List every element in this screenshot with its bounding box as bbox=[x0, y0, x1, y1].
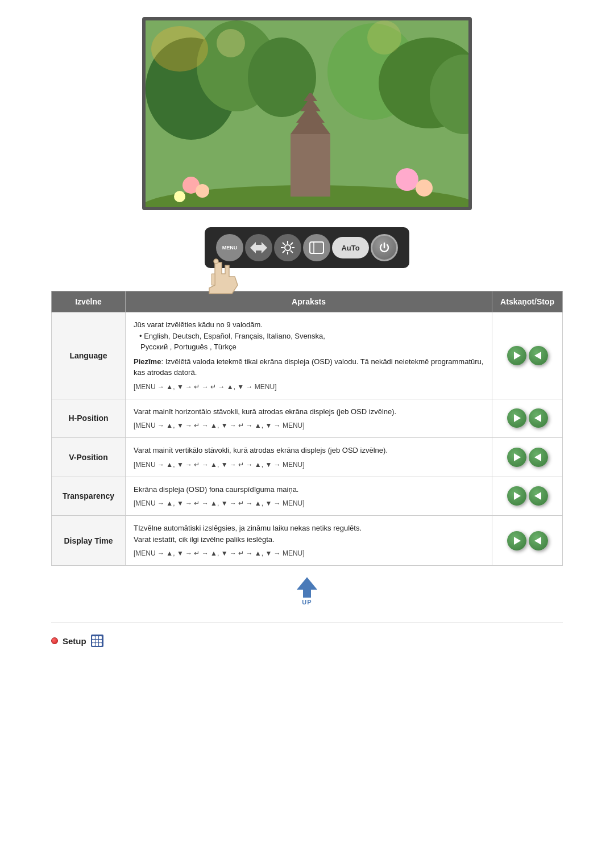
setup-label: Setup bbox=[63, 636, 86, 646]
play-btn-pair[interactable] bbox=[500, 408, 554, 428]
row-action-transparency[interactable] bbox=[492, 477, 563, 516]
svg-point-32 bbox=[214, 259, 218, 264]
feature-table: Izvēlne Apraksts Atskaņot/Stop Language … bbox=[51, 291, 563, 566]
row-name-transparency: Transparency bbox=[52, 477, 126, 516]
svg-line-29 bbox=[283, 251, 285, 253]
table-row: V-Position Varat mainīt vertikālo stāvok… bbox=[52, 438, 563, 477]
row-desc-transparency: Ekrāna displeja (OSD) fona caurspīdīguma… bbox=[126, 477, 492, 516]
up-arrow-section: UP bbox=[51, 577, 563, 606]
row-action-language[interactable] bbox=[492, 312, 563, 399]
svg-point-17 bbox=[416, 180, 433, 197]
svg-line-27 bbox=[291, 251, 293, 253]
svg-point-21 bbox=[285, 245, 291, 251]
monitor-display bbox=[142, 17, 472, 210]
play-back-button[interactable] bbox=[529, 448, 548, 467]
setup-grid-icon bbox=[91, 635, 103, 647]
svg-rect-30 bbox=[310, 242, 323, 253]
table-row: Display Time TIzvēlne automātiski izslēg… bbox=[52, 516, 563, 566]
arrow-triangle bbox=[297, 577, 317, 590]
row-desc-displaytime: TIzvēlne automātiski izslēgsies, ja zinā… bbox=[126, 516, 492, 566]
row-desc-vposition: Varat mainīt vertikālo stāvokli, kurā at… bbox=[126, 438, 492, 477]
col-header-name: Izvēlne bbox=[52, 291, 126, 312]
svg-rect-8 bbox=[291, 134, 330, 197]
up-arrow-icon: UP bbox=[297, 577, 317, 606]
col-header-desc: Apraksts bbox=[126, 291, 492, 312]
row-action-hposition[interactable] bbox=[492, 399, 563, 438]
row-name-displaytime: Display Time bbox=[52, 516, 126, 566]
svg-point-19 bbox=[367, 20, 401, 55]
row-name-hposition: H-Position bbox=[52, 399, 126, 438]
auto-button[interactable]: AuTo bbox=[332, 237, 369, 258]
row-action-vposition[interactable] bbox=[492, 438, 563, 477]
arrows-button[interactable] bbox=[245, 234, 272, 261]
setup-dot-icon bbox=[51, 637, 58, 644]
arrow-stem bbox=[303, 590, 311, 598]
row-name-language: Language bbox=[52, 312, 126, 399]
up-label: UP bbox=[302, 599, 312, 606]
play-back-button[interactable] bbox=[529, 531, 548, 550]
row-desc-hposition: Varat mainīt horizontālo stāvokli, kurā … bbox=[126, 399, 492, 438]
row-desc-language: Jūs varat izvēlēties kādu no 9 valodām. … bbox=[126, 312, 492, 399]
input-button[interactable] bbox=[303, 234, 330, 261]
play-btn-pair[interactable] bbox=[500, 486, 554, 506]
power-button[interactable] bbox=[371, 234, 398, 261]
svg-point-16 bbox=[396, 168, 418, 191]
settings-button[interactable] bbox=[274, 234, 301, 261]
play-forward-button[interactable] bbox=[507, 346, 526, 365]
svg-point-15 bbox=[174, 191, 185, 202]
table-row: H-Position Varat mainīt horizontālo stāv… bbox=[52, 399, 563, 438]
play-forward-button[interactable] bbox=[507, 531, 526, 550]
svg-point-14 bbox=[196, 184, 209, 198]
monitor-screen bbox=[142, 17, 472, 210]
play-back-button[interactable] bbox=[529, 346, 548, 365]
play-back-button[interactable] bbox=[529, 486, 548, 506]
play-btn-pair[interactable] bbox=[500, 531, 554, 550]
play-forward-button[interactable] bbox=[507, 486, 526, 506]
row-action-displaytime[interactable] bbox=[492, 516, 563, 566]
play-btn-pair[interactable] bbox=[500, 346, 554, 365]
play-forward-button[interactable] bbox=[507, 448, 526, 467]
table-row: Language Jūs varat izvēlēties kādu no 9 … bbox=[52, 312, 563, 399]
setup-section: Setup bbox=[51, 623, 563, 647]
col-header-action: Atskaņot/Stop bbox=[492, 291, 563, 312]
hand-cursor bbox=[204, 257, 243, 304]
svg-marker-20 bbox=[250, 242, 267, 253]
svg-line-26 bbox=[283, 243, 285, 245]
remote-control-wrapper: MENU bbox=[193, 227, 421, 268]
row-name-vposition: V-Position bbox=[52, 438, 126, 477]
svg-line-28 bbox=[291, 243, 293, 245]
screen-image bbox=[146, 20, 468, 207]
play-forward-button[interactable] bbox=[507, 408, 526, 428]
play-back-button[interactable] bbox=[529, 408, 548, 428]
play-btn-pair[interactable] bbox=[500, 448, 554, 467]
svg-point-18 bbox=[217, 29, 245, 57]
table-row: Transparency Ekrāna displeja (OSD) fona … bbox=[52, 477, 563, 516]
